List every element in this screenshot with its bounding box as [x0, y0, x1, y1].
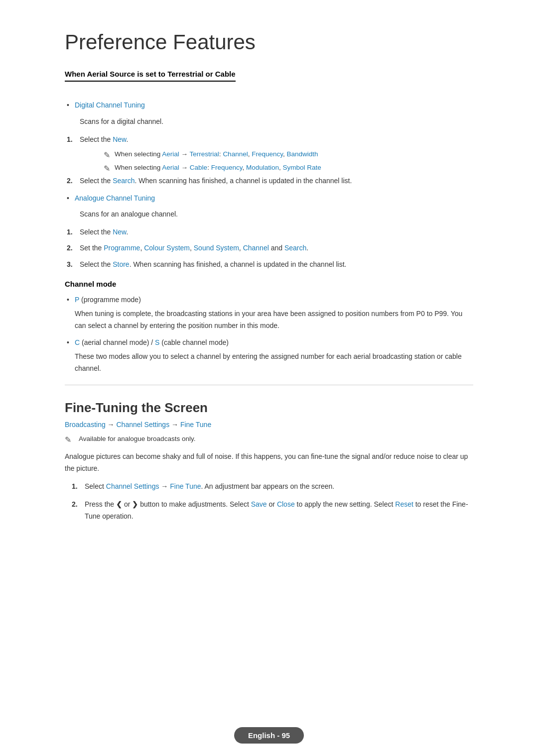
note2-frequency-link[interactable]: Frequency	[211, 164, 243, 171]
digital-channel-tuning-item: Digital Channel Tuning	[65, 100, 473, 110]
step1-fine-tune-num: 1.	[72, 481, 78, 493]
note2-cable-link[interactable]: Cable	[190, 164, 207, 171]
step1-fine-tune: 1. Select Channel Settings → Fine Tune. …	[65, 481, 473, 493]
available-note: Available for analogue broadcasts only.	[65, 433, 473, 444]
breadcrumb: Broadcasting → Channel Settings → Fine T…	[65, 421, 473, 429]
reset-link[interactable]: Reset	[395, 500, 413, 508]
step2-analogue-num: 2.	[67, 242, 73, 253]
step2-fine-tune: 2. Press the ❮ or ❯ button to make adjus…	[65, 499, 473, 523]
note2-cable: When selecting Aerial → Cable: Frequency…	[104, 162, 473, 173]
note1-frequency-link[interactable]: Frequency	[252, 150, 283, 158]
step1-analogue-num: 1.	[67, 226, 73, 237]
step1-digital-text: Select the New.	[80, 134, 128, 145]
p-mode-link[interactable]: P	[75, 296, 79, 304]
step1-digital: 1. Select the New.	[65, 134, 473, 145]
right-arrow-icon: ❯	[132, 500, 138, 508]
step2-analogue: 2. Set the Programme, Colour System, Sou…	[65, 242, 473, 253]
breadcrumb-arrow2: →	[169, 421, 180, 429]
page-title: Preference Features	[65, 30, 473, 55]
breadcrumb-broadcasting[interactable]: Broadcasting	[65, 421, 106, 429]
sound-system-link[interactable]: Sound System	[194, 244, 239, 252]
breadcrumb-arrow1: →	[106, 421, 117, 429]
step3-analogue-num: 3.	[67, 259, 73, 270]
step1-digital-num: 1.	[67, 134, 73, 145]
step1-analogue: 1. Select the New.	[65, 226, 473, 237]
note2-modulation-link[interactable]: Modulation	[246, 164, 279, 171]
channel-mode-p-item: P (programme mode) When tuning is comple…	[65, 294, 473, 332]
channel-settings-link[interactable]: Channel Settings	[106, 482, 159, 490]
step2-search-link[interactable]: Search	[113, 177, 134, 185]
note2-symbol-rate-link[interactable]: Symbol Rate	[283, 164, 321, 171]
note2-aerial-link[interactable]: Aerial	[162, 164, 179, 171]
channel-mode-heading: Channel mode	[65, 280, 473, 288]
p-mode-desc: When tuning is complete, the broadcastin…	[75, 308, 473, 332]
section2-heading: Fine-Tuning the Screen	[65, 400, 473, 416]
analogue-channel-tuning-item: Analogue Channel Tuning	[65, 193, 473, 204]
footer: English - 95	[0, 717, 538, 756]
step2-fine-tune-num: 2.	[72, 499, 78, 511]
section-divider	[65, 385, 473, 385]
breadcrumb-fine-tune[interactable]: Fine Tune	[180, 421, 211, 429]
step1-analogue-text: Select the New.	[80, 226, 128, 237]
step2-digital: 2. Select the Search. When scanning has …	[65, 175, 473, 186]
step1-digital-link[interactable]: New	[113, 135, 126, 143]
note1-channel-link[interactable]: Channel	[223, 150, 248, 158]
save-link[interactable]: Save	[251, 500, 267, 508]
channel-mode-cs-item: C (aerial channel mode) / S (cable chann…	[65, 337, 473, 375]
left-arrow-icon: ❮	[116, 500, 122, 508]
analogue-channel-tuning-link[interactable]: Analogue Channel Tuning	[75, 194, 155, 202]
step3-analogue-text: Select the Store. When scanning has fini…	[80, 259, 346, 270]
fine-tune-link[interactable]: Fine Tune	[170, 482, 201, 490]
digital-channel-desc: Scans for a digital channel.	[80, 116, 473, 128]
step2-fine-tune-text: Press the ❮ or ❯ button to make adjustme…	[85, 499, 473, 523]
channel-mode-section: Channel mode P (programme mode) When tun…	[65, 280, 473, 375]
analogue-channel-desc: Scans for an analogue channel.	[80, 209, 473, 220]
step1-analogue-new-link[interactable]: New	[113, 228, 126, 236]
section1-heading: When Aerial Source is set to Terrestrial…	[65, 70, 236, 82]
c-mode-link[interactable]: C	[75, 338, 80, 346]
step1-fine-tune-text: Select Channel Settings → Fine Tune. An …	[85, 481, 334, 493]
search-link-analogue[interactable]: Search	[284, 244, 306, 252]
note1-terrestrial: When selecting Aerial → Terrestrial: Cha…	[104, 149, 473, 160]
step2-digital-text: Select the Search. When scanning has fin…	[80, 175, 352, 186]
close-link[interactable]: Close	[277, 500, 295, 508]
step2-analogue-text: Set the Programme, Colour System, Sound …	[80, 242, 308, 253]
digital-channel-tuning-link[interactable]: Digital Channel Tuning	[75, 101, 145, 109]
step2-digital-num: 2.	[67, 175, 73, 186]
page-number-badge: English - 95	[234, 727, 304, 744]
cs-mode-desc: These two modes allow you to select a ch…	[75, 351, 473, 375]
fine-tune-intro: Analogue pictures can become shaky and f…	[65, 451, 473, 475]
step3-analogue: 3. Select the Store. When scanning has f…	[65, 259, 473, 270]
channel-link[interactable]: Channel	[243, 244, 269, 252]
breadcrumb-channel-settings[interactable]: Channel Settings	[117, 421, 170, 429]
colour-system-link[interactable]: Colour System	[144, 244, 190, 252]
store-link[interactable]: Store	[113, 260, 129, 268]
note1-terrestrial-link[interactable]: Terrestrial	[190, 150, 219, 158]
programme-link[interactable]: Programme	[104, 244, 140, 252]
note1-bandwidth-link[interactable]: Bandwidth	[286, 150, 318, 158]
note1-aerial-link[interactable]: Aerial	[162, 150, 179, 158]
